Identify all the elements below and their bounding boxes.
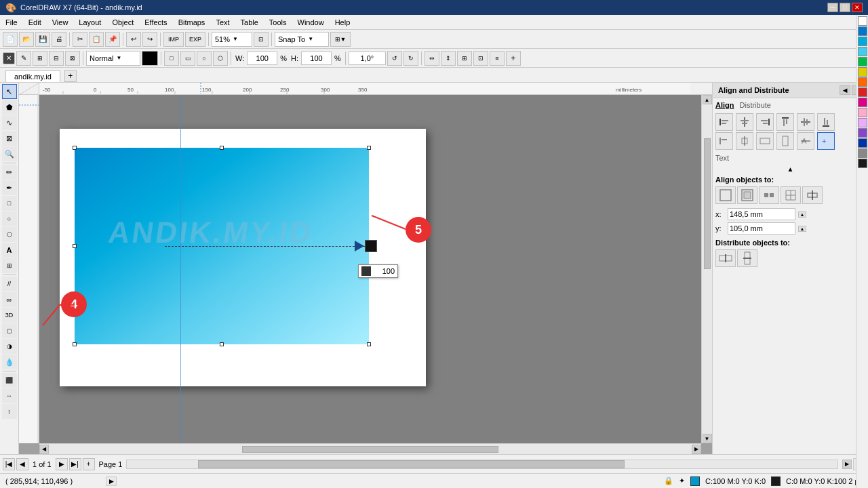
y-stepper-up[interactable]: ▲ — [798, 226, 806, 232]
align-btn-9[interactable] — [756, 132, 774, 150]
icon-btn-1[interactable]: ⊞ — [33, 51, 47, 66]
print-button[interactable]: 🖨 — [52, 32, 66, 47]
first-page-btn[interactable]: |◀ — [3, 458, 15, 470]
menu-help[interactable]: Help — [330, 15, 356, 29]
save-button[interactable]: 💾 — [35, 32, 50, 47]
distribute-h-btn[interactable] — [715, 249, 736, 267]
text-tool[interactable]: A — [2, 243, 17, 258]
y-input[interactable] — [728, 222, 795, 235]
align-btn-11[interactable]: A — [797, 132, 814, 150]
fill-color-box[interactable] — [690, 476, 700, 486]
x-input[interactable] — [728, 208, 795, 220]
hscroll-left-btn[interactable]: ◀ — [39, 445, 49, 454]
align-btn-12[interactable]: + — [817, 132, 835, 150]
bottom-hscroll-thumb[interactable] — [198, 460, 625, 468]
artpen-tool[interactable]: ✒ — [2, 180, 17, 195]
expand-arrow[interactable]: ▲ — [787, 165, 794, 173]
x-stepper-up[interactable]: ▲ — [798, 211, 806, 218]
select-all-button[interactable]: ✕ — [3, 52, 15, 64]
prev-page-btn[interactable]: ◀ — [16, 458, 28, 470]
color-btn[interactable] — [142, 51, 158, 66]
export-button[interactable]: EXP — [185, 32, 205, 47]
zoom-dropdown[interactable]: 51% ▼ — [212, 32, 252, 47]
mirror-v-btn[interactable]: ⇕ — [441, 51, 456, 66]
menu-layout[interactable]: Layout — [73, 15, 106, 29]
redo-button[interactable]: ↪ — [142, 32, 157, 47]
align-right-btn[interactable] — [756, 113, 774, 131]
add-tab-button[interactable]: + — [64, 70, 77, 82]
handle-br[interactable] — [367, 342, 371, 346]
ungroup-btn[interactable]: ⊡ — [473, 51, 488, 66]
height-input[interactable] — [301, 52, 332, 65]
swatch-pink1[interactable] — [858, 108, 867, 117]
width-input[interactable] — [247, 52, 277, 65]
pointer-tool[interactable]: ↖ — [2, 84, 17, 99]
panel-collapse-btn[interactable]: ◀ — [840, 85, 850, 95]
menu-text[interactable]: Text — [210, 15, 235, 29]
group-btn[interactable]: ⊞ — [457, 51, 472, 66]
mirror-h-btn[interactable]: ⇔ — [425, 51, 439, 66]
align-to-edge-btn[interactable] — [737, 186, 757, 204]
polygon-tool[interactable]: ⬡ — [2, 227, 17, 242]
parallellines-tool[interactable]: // — [2, 277, 17, 291]
rectangle-tool[interactable]: □ — [2, 196, 17, 211]
new-button[interactable]: 📄 — [3, 32, 18, 47]
menu-table[interactable]: Table — [235, 15, 264, 29]
align-btn-8[interactable] — [736, 132, 753, 150]
icon-btn-3[interactable]: ⊠ — [65, 51, 80, 66]
align-btn-10[interactable] — [776, 132, 794, 150]
align-to-page-btn[interactable] — [715, 186, 736, 204]
copy-button[interactable]: 📋 — [89, 32, 104, 47]
distribute-v-btn[interactable] — [737, 249, 757, 267]
dimension-tool[interactable]: ↕ — [2, 404, 17, 419]
swatch-orange1[interactable] — [858, 83, 867, 87]
canvas-viewport[interactable]: ANDIK.MY.ID — [39, 95, 701, 443]
table-tool[interactable]: ⊞ — [2, 258, 17, 273]
transparency-tool[interactable]: ◑ — [2, 339, 17, 354]
align-bottom-btn[interactable] — [817, 113, 835, 131]
plus-btn[interactable]: + — [506, 51, 521, 66]
align-top-btn[interactable] — [776, 113, 794, 131]
align-btn-7[interactable] — [715, 132, 733, 150]
opacity-input[interactable] — [373, 267, 395, 275]
align-center-h-btn[interactable] — [736, 113, 753, 131]
bottom-hscroll[interactable] — [126, 460, 838, 469]
handle-tl[interactable] — [73, 146, 77, 150]
rotate-ccw-btn[interactable]: ↺ — [387, 51, 402, 66]
smear-tool[interactable]: ∿ — [2, 115, 17, 130]
paste-button[interactable]: 📌 — [105, 32, 120, 47]
handle-ml[interactable] — [73, 244, 77, 248]
close-button[interactable]: ✕ — [852, 3, 863, 12]
polygon-btn[interactable]: ⬡ — [213, 51, 228, 66]
round-rect-btn[interactable]: ▭ — [180, 51, 195, 66]
extrude-tool[interactable]: 3D — [2, 308, 17, 323]
swatch-gray1[interactable] — [858, 148, 867, 158]
swatch-magenta1[interactable] — [858, 98, 867, 107]
eyedropper-tool[interactable]: 💧 — [2, 354, 17, 369]
blend-node[interactable] — [365, 240, 377, 252]
menu-window[interactable]: Window — [292, 15, 330, 29]
last-page-btn[interactable]: ▶| — [69, 458, 81, 470]
maximize-button[interactable]: □ — [840, 3, 850, 12]
import-button[interactable]: IMP — [163, 32, 184, 47]
align-left-btn[interactable] — [715, 113, 733, 131]
menu-effects[interactable]: Effects — [139, 15, 172, 29]
open-button[interactable]: 📂 — [19, 32, 34, 47]
minimize-button[interactable]: ─ — [827, 3, 838, 12]
hscroll-right-btn[interactable]: ▶ — [692, 445, 701, 454]
zoom-tool[interactable]: 🔍 — [2, 146, 17, 161]
menu-tools[interactable]: Tools — [264, 15, 292, 29]
vertical-scrollbar[interactable]: ▲ ▼ — [701, 95, 712, 443]
align-to-grid-btn[interactable] — [781, 186, 801, 204]
freehand-tool[interactable]: ✏ — [2, 165, 17, 180]
add-page-btn[interactable]: + — [83, 458, 95, 470]
vscroll-track[interactable] — [704, 106, 711, 432]
crop-tool[interactable]: ⊠ — [2, 131, 17, 146]
rect-btn[interactable]: □ — [164, 51, 179, 66]
circle-btn[interactable]: ○ — [197, 51, 212, 66]
vscroll-thumb[interactable] — [704, 138, 711, 269]
menu-edit[interactable]: Edit — [23, 15, 47, 29]
hscroll-thumb[interactable] — [242, 446, 498, 453]
rotate-cw-btn[interactable]: ↻ — [403, 51, 418, 66]
document-tab[interactable]: andik.my.id — [5, 70, 60, 82]
